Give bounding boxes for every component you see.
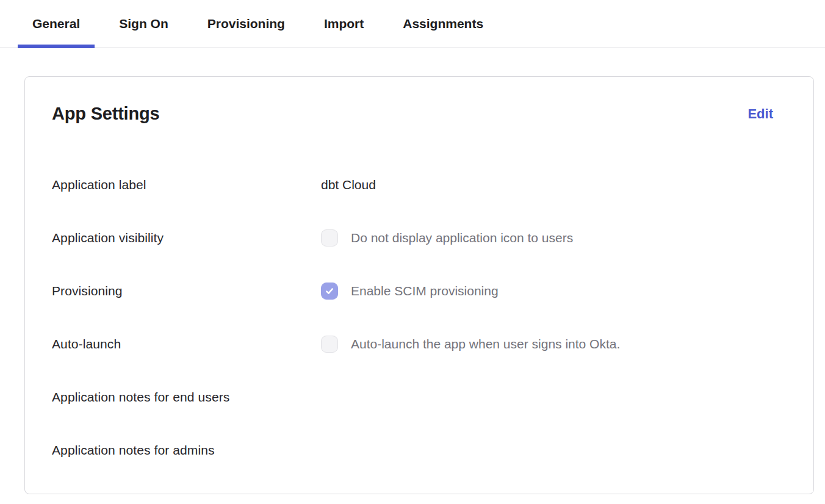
visibility-checkbox[interactable] [321,229,338,247]
tab-import-label: Import [324,16,364,31]
card-header: App Settings Edit [52,104,773,124]
scim-provisioning-checkbox-label: Enable SCIM provisioning [351,284,499,298]
edit-button[interactable]: Edit [748,106,773,122]
scim-provisioning-checkbox[interactable] [321,283,338,300]
row-application-label: Application label dbt Cloud [52,158,773,211]
provisioning-check-group: Enable SCIM provisioning [321,283,773,300]
row-auto-launch: Auto-launch Auto-launch the app when use… [52,317,773,370]
auto-launch-checkbox-label: Auto-launch the app when user signs into… [351,337,620,351]
tab-sign-on[interactable]: Sign On [104,0,183,48]
row-application-visibility: Application visibility Do not display ap… [52,211,773,264]
row-notes-admins: Application notes for admins [52,423,773,477]
tab-provisioning[interactable]: Provisioning [193,0,300,48]
tab-sign-on-label: Sign On [119,16,168,31]
tab-import[interactable]: Import [309,0,378,48]
auto-launch-checkbox[interactable] [321,336,338,353]
app-settings-card: App Settings Edit Application label dbt … [24,76,814,494]
auto-launch-check-group: Auto-launch the app when user signs into… [321,336,773,353]
tab-assignments-label: Assignments [403,16,483,31]
row-label: Application notes for end users [52,390,321,405]
tab-provisioning-label: Provisioning [207,16,285,31]
visibility-check-group: Do not display application icon to users [321,229,773,247]
page-title: App Settings [52,104,159,124]
row-label: Application label [52,178,321,192]
application-label-value: dbt Cloud [321,178,773,192]
tab-general-label: General [32,16,80,31]
row-notes-end-users: Application notes for end users [52,370,773,423]
app-tab-bar: General Sign On Provisioning Import Assi… [0,0,825,48]
row-label: Application notes for admins [52,443,321,458]
tab-assignments[interactable]: Assignments [388,0,498,48]
tab-general[interactable]: General [18,0,95,48]
row-provisioning: Provisioning Enable SCIM provisioning [52,264,773,317]
visibility-checkbox-label: Do not display application icon to users [351,231,573,245]
checkmark-icon [325,286,334,296]
row-label: Application visibility [52,231,321,245]
row-label: Auto-launch [52,337,321,351]
row-label: Provisioning [52,284,321,298]
